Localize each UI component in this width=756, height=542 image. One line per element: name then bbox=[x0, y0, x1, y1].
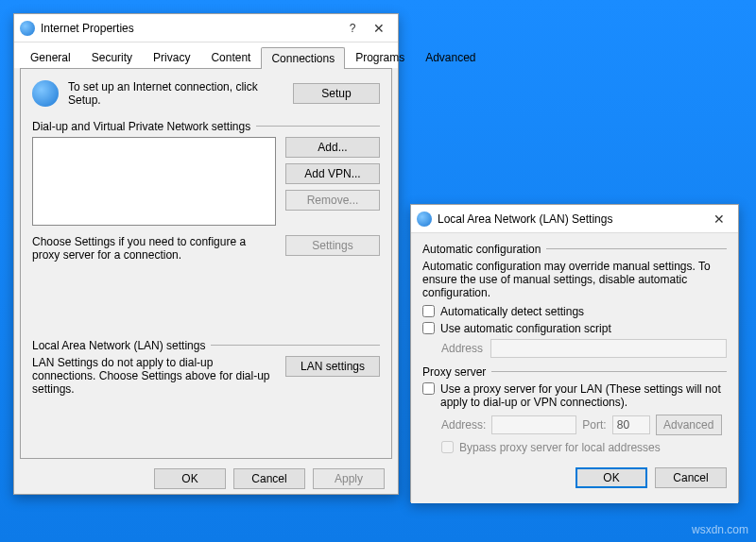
auto-config-group-label: Automatic configuration bbox=[422, 243, 727, 254]
internet-options-icon bbox=[417, 212, 432, 227]
cancel-button[interactable]: Cancel bbox=[655, 467, 727, 488]
tab-connections[interactable]: Connections bbox=[261, 47, 345, 69]
window-title: Internet Properties bbox=[41, 22, 339, 35]
close-button[interactable]: ✕ bbox=[366, 21, 392, 36]
proxy-address-input bbox=[491, 415, 576, 434]
settings-button: Settings bbox=[285, 235, 380, 256]
watermark-text: wsxdn.com bbox=[692, 523, 748, 536]
internet-options-icon bbox=[20, 21, 35, 36]
auto-detect-checkbox[interactable] bbox=[422, 305, 435, 317]
add-vpn-button[interactable]: Add VPN... bbox=[285, 163, 380, 184]
use-script-checkbox[interactable] bbox=[422, 322, 435, 334]
use-script-checkbox-row[interactable]: Use automatic configuration script bbox=[422, 322, 727, 335]
titlebar: Internet Properties ? ✕ bbox=[14, 14, 398, 42]
tab-general[interactable]: General bbox=[20, 46, 81, 68]
internet-properties-window: Internet Properties ? ✕ General Security… bbox=[13, 13, 399, 495]
window-title: Local Area Network (LAN) Settings bbox=[438, 212, 706, 226]
auto-detect-label: Automatically detect settings bbox=[440, 305, 584, 318]
use-proxy-checkbox[interactable] bbox=[422, 382, 435, 395]
proxy-group-label: Proxy server bbox=[422, 365, 727, 377]
dialog-footer: OK Cancel Apply bbox=[14, 459, 398, 499]
tab-advanced[interactable]: Advanced bbox=[415, 46, 486, 68]
use-script-label: Use automatic configuration script bbox=[440, 322, 611, 335]
remove-button: Remove... bbox=[285, 190, 380, 211]
tab-security[interactable]: Security bbox=[81, 46, 143, 68]
tab-programs[interactable]: Programs bbox=[345, 46, 415, 68]
use-proxy-checkbox-row[interactable]: Use a proxy server for your LAN (These s… bbox=[422, 382, 727, 409]
help-button[interactable]: ? bbox=[339, 22, 366, 35]
cancel-button[interactable]: Cancel bbox=[233, 468, 305, 489]
bypass-label: Bypass proxy server for local addresses bbox=[459, 441, 661, 454]
lan-group-label: Local Area Network (LAN) settings bbox=[32, 339, 380, 350]
proxy-port-input bbox=[612, 415, 650, 434]
lan-settings-button[interactable]: LAN settings bbox=[285, 356, 380, 377]
setup-button[interactable]: Setup bbox=[293, 83, 380, 104]
bypass-checkbox bbox=[441, 441, 454, 453]
use-proxy-label: Use a proxy server for your LAN (These s… bbox=[440, 382, 727, 409]
choose-settings-text: Choose Settings if you need to configure… bbox=[32, 235, 276, 262]
tab-content[interactable]: Content bbox=[200, 46, 261, 68]
setup-text: To set up an Internet connection, click … bbox=[68, 80, 284, 107]
titlebar: Local Area Network (LAN) Settings ✕ bbox=[411, 205, 738, 233]
auto-config-text: Automatic configuration may override man… bbox=[422, 260, 727, 299]
tabs: General Security Privacy Content Connect… bbox=[14, 42, 398, 68]
connection-globe-icon bbox=[32, 80, 59, 107]
ok-button[interactable]: OK bbox=[576, 467, 647, 488]
proxy-port-label: Port: bbox=[582, 418, 606, 432]
dialup-listbox[interactable] bbox=[32, 137, 276, 226]
lan-panel: Automatic configuration Automatic config… bbox=[411, 233, 738, 503]
lan-settings-window: Local Area Network (LAN) Settings ✕ Auto… bbox=[410, 204, 739, 502]
connections-panel: To set up an Internet connection, click … bbox=[20, 68, 392, 459]
bypass-checkbox-row: Bypass proxy server for local addresses bbox=[441, 441, 727, 454]
lan-info-text: LAN Settings do not apply to dial-up con… bbox=[32, 356, 276, 396]
proxy-address-label: Address: bbox=[441, 418, 486, 432]
script-address-label: Address bbox=[441, 342, 483, 355]
add-button[interactable]: Add... bbox=[285, 137, 380, 158]
auto-detect-checkbox-row[interactable]: Automatically detect settings bbox=[422, 305, 727, 318]
tab-privacy[interactable]: Privacy bbox=[143, 46, 200, 68]
close-button[interactable]: ✕ bbox=[706, 212, 732, 227]
apply-button: Apply bbox=[313, 468, 385, 489]
script-address-input bbox=[490, 339, 727, 358]
ok-button[interactable]: OK bbox=[154, 468, 226, 489]
dialup-group-label: Dial-up and Virtual Private Network sett… bbox=[32, 120, 380, 131]
advanced-button: Advanced bbox=[656, 415, 722, 435]
